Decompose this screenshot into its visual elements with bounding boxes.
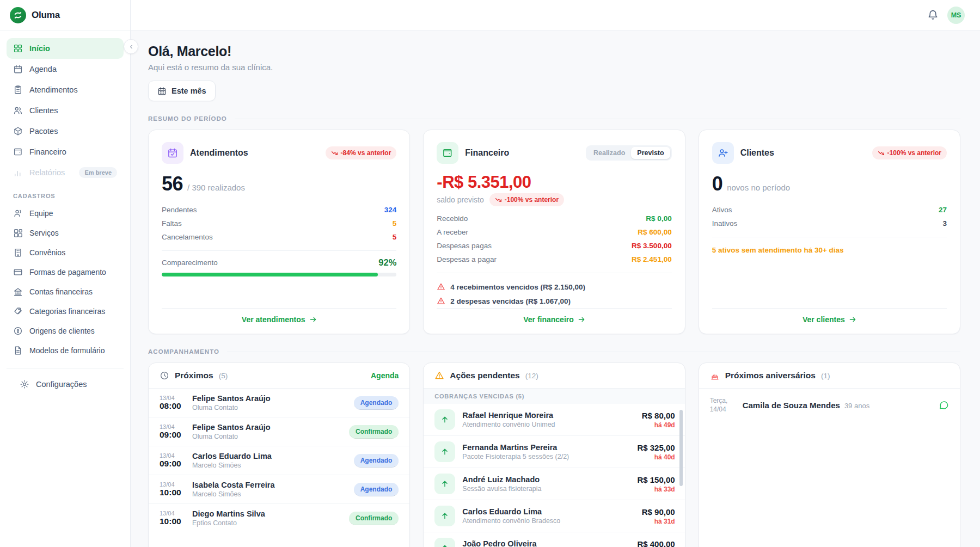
status-badge: Agendado (354, 396, 399, 410)
sidebar-item-agenda[interactable]: Agenda (7, 59, 124, 79)
stat-row: Inativos3 (712, 217, 947, 230)
atendimentos-count: 56 (162, 173, 183, 195)
sidebar-item-label: Origens de clientes (29, 327, 95, 335)
arrow-up-icon (434, 409, 455, 430)
sidebar-item-label: Configurações (36, 380, 87, 389)
chat-bubble-icon (939, 400, 949, 410)
pending-charge-row[interactable]: Rafael Henrique MoreiraAtendimento convê… (424, 404, 684, 436)
sidebar-item-contas-financeiras[interactable]: Contas financeiras (7, 282, 124, 302)
arrow-right-icon (309, 316, 317, 323)
sidebar-item-label: Serviços (29, 229, 59, 237)
team-icon (13, 208, 23, 218)
sidebar-item-clientes[interactable]: Clientes (7, 100, 124, 121)
sidebar-collapse-button[interactable] (124, 39, 138, 54)
appointment-row[interactable]: 13/0408:00 Felipe Santos AraújoOluma Con… (149, 389, 409, 417)
trending-down-icon (331, 150, 338, 157)
sidebar-item-inicio[interactable]: Início (7, 38, 124, 59)
sidebar-item-convenios[interactable]: Convênios (7, 243, 124, 262)
sidebar-item-label: Atendimentos (29, 85, 78, 94)
novos-clientes-count: 0 (712, 173, 723, 195)
sidebar-item-categorias-financeiras[interactable]: Categorias financeiras (7, 302, 124, 321)
card-atendimentos: Atendimentos -84% vs anterior 56 / 390 r… (148, 130, 410, 334)
agenda-link[interactable]: Agenda (371, 371, 399, 380)
ver-clientes-link[interactable]: Ver clientes (803, 315, 856, 324)
appointment-row[interactable]: 13/0409:00 Carlos Eduardo LimaMarcelo Si… (149, 446, 409, 475)
trending-down-icon (878, 150, 885, 157)
ver-atendimentos-link[interactable]: Ver atendimentos (242, 315, 317, 324)
sidebar-item-servicos[interactable]: Serviços (7, 223, 124, 243)
avatar[interactable]: MS (947, 7, 965, 24)
toggle-realizado[interactable]: Realizado (587, 147, 631, 159)
period-filter-button[interactable]: Este mês (148, 81, 216, 101)
pending-charge-row[interactable]: João Pedro OliveiraPacote Fisioterapia 1… (424, 532, 684, 547)
user-plus-icon (712, 142, 734, 164)
sidebar-item-origens-clientes[interactable]: Origens de clientes (7, 321, 124, 341)
credit-card-icon (13, 267, 23, 277)
appointment-row[interactable]: 13/0409:00 Felipe Santos AraújoOluma Con… (149, 417, 409, 446)
comparecimento-row: Comparecimento 92% (162, 257, 396, 268)
divider (162, 250, 396, 251)
sidebar-item-label: Clientes (29, 106, 58, 115)
progress-fill (162, 273, 378, 276)
summary-cards-row: Atendimentos -84% vs anterior 56 / 390 r… (148, 130, 960, 334)
atendimentos-total: / 390 realizados (187, 183, 245, 192)
scrollbar[interactable] (679, 410, 683, 486)
notifications-button[interactable] (927, 9, 939, 21)
section-acompanhamento-label: ACOMPANHAMENTO (148, 348, 219, 355)
bar-chart-icon (13, 168, 23, 177)
toggle-previsto[interactable]: Previsto (631, 147, 670, 159)
oluma-logo-icon (10, 7, 26, 23)
sidebar-item-label: Equipe (29, 209, 53, 218)
users-icon (13, 106, 23, 115)
alert-triangle-icon (434, 371, 444, 380)
section-resumo-label: RESUMO DO PERÍODO (148, 115, 227, 122)
stat-row: RecebidoR$ 0,00 (437, 212, 671, 225)
calendar-icon (13, 64, 23, 74)
divider (712, 237, 947, 237)
comparecimento-progress (162, 273, 396, 276)
sidebar: Oluma Início Agenda Atendimentos Cliente… (0, 0, 131, 547)
card-clientes: Clientes -100% vs anterior 0 novos no pe… (699, 130, 960, 334)
pending-charge-row[interactable]: Carlos Eduardo LimaAtendimento convênio … (424, 500, 684, 532)
dashboard-content: Olá, Marcelo! Aqui está o resumo da sua … (131, 30, 980, 547)
calendar-check-icon (162, 142, 183, 164)
birthday-row: Terça, 14/04 Camila de Souza Mendes 39 a… (699, 389, 960, 421)
sidebar-item-atendimentos[interactable]: Atendimentos (7, 79, 124, 100)
page-title: Olá, Marcelo! (148, 44, 960, 59)
sidebar-item-label: Relatórios (29, 168, 65, 177)
arrow-up-icon (434, 538, 455, 547)
pending-charge-row[interactable]: André Luiz MachadoSessão avulsa fisioter… (424, 468, 684, 500)
topbar: MS (131, 0, 980, 30)
clipboard-icon (13, 85, 23, 95)
sidebar-item-pacotes[interactable]: Pacotes (7, 121, 124, 142)
appointment-row[interactable]: 13/0410:00 Diego Martins SilvaEptios Con… (149, 504, 409, 532)
file-text-icon (13, 346, 23, 355)
sidebar-item-modelos-formulario[interactable]: Modelos de formulário (7, 341, 124, 360)
overdue-alert: 4 recebimentos vencidos (R$ 2.150,00) (437, 280, 671, 294)
main-area: MS Olá, Marcelo! Aqui está o resumo da s… (131, 0, 980, 547)
ver-financeiro-link[interactable]: Ver financeiro (523, 315, 585, 324)
pending-charge-row[interactable]: Fernanda Martins PereiraPacote Fisiotera… (424, 436, 684, 468)
clock-icon (160, 371, 169, 380)
card-title: Próximos aniversários (725, 371, 816, 380)
whatsapp-message-button[interactable] (939, 400, 949, 410)
main-nav: Início Agenda Atendimentos Clientes Paco… (0, 30, 130, 400)
status-badge: Agendado (354, 483, 399, 496)
stat-row: Despesas pagasR$ 3.500,00 (437, 239, 671, 253)
card-title: Próximos (175, 371, 213, 380)
sidebar-item-financeiro[interactable]: Financeiro (7, 142, 124, 162)
card-aniversarios: Próximos aniversários (1) Terça, 14/04 C… (699, 362, 960, 547)
section-resumo: RESUMO DO PERÍODO (148, 115, 960, 122)
gear-icon (20, 379, 29, 389)
appointment-row[interactable]: 13/0410:00 Isabela Costa FerreiraMarcelo… (149, 475, 409, 504)
cadastros-section-label: CADASTROS (7, 183, 124, 204)
services-grid-icon (13, 228, 23, 238)
package-icon (13, 126, 23, 136)
card-count: (12) (525, 372, 538, 380)
cobrancas-group-label: COBRANÇAS VENCIDAS (5) (424, 389, 684, 404)
sidebar-item-equipe[interactable]: Equipe (7, 204, 124, 223)
sidebar-item-formas-pagamento[interactable]: Formas de pagamento (7, 262, 124, 282)
sidebar-item-label: Categorias financeiras (29, 307, 105, 316)
divider (437, 273, 671, 273)
sidebar-item-configuracoes[interactable]: Configurações (13, 374, 117, 395)
